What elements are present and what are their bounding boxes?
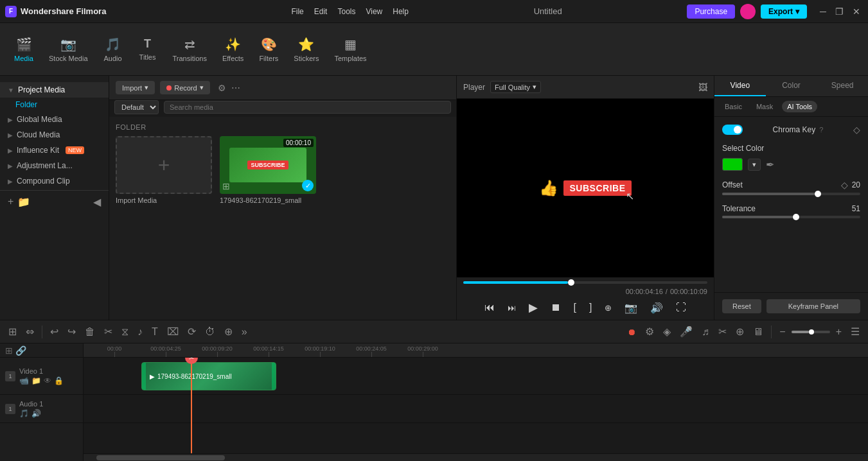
tl-more-button[interactable]: » bbox=[238, 325, 251, 339]
tab-speed[interactable]: Speed bbox=[817, 76, 868, 96]
folder-icon[interactable]: 📁 bbox=[17, 196, 30, 208]
tl-audio-button[interactable]: ♪ bbox=[134, 325, 146, 339]
sidebar-item-influence-kit[interactable]: ▶ Influence Kit NEW bbox=[0, 143, 109, 158]
audio-mute-icon[interactable]: 🔊 bbox=[31, 409, 41, 418]
tl-effect-button[interactable]: ⊕ bbox=[732, 324, 747, 339]
player-settings-icon[interactable]: 🖼 bbox=[698, 82, 707, 92]
tl-screen-button[interactable]: 🖥 bbox=[750, 325, 766, 339]
purchase-button[interactable]: Purchase bbox=[687, 4, 735, 19]
sub-tab-mask[interactable]: Mask bbox=[751, 101, 778, 112]
add-track-icon[interactable]: ⊞ bbox=[5, 345, 13, 356]
tolerance-thumb[interactable] bbox=[793, 214, 799, 220]
color-swatch[interactable] bbox=[722, 158, 743, 171]
tool-stickers[interactable]: ⭐ Stickers bbox=[287, 33, 325, 66]
reset-button[interactable]: Reset bbox=[722, 299, 761, 313]
track-folder-icon[interactable]: 📁 bbox=[31, 376, 41, 385]
menu-tools[interactable]: Tools bbox=[337, 7, 355, 16]
menu-file[interactable]: File bbox=[291, 7, 303, 16]
tool-stock-media[interactable]: 📷 Stock Media bbox=[42, 33, 94, 66]
add-to-timeline-button[interactable]: ⊕ bbox=[602, 302, 614, 314]
sort-select[interactable]: Default bbox=[114, 100, 159, 114]
tl-settings-button[interactable]: ⚙ bbox=[642, 324, 657, 339]
tl-layout-button[interactable]: ☰ bbox=[847, 324, 863, 339]
sub-tab-ai-tools[interactable]: AI Tools bbox=[782, 101, 817, 112]
export-dropdown-icon[interactable]: ▾ bbox=[795, 7, 799, 16]
tl-split-button[interactable]: ✂ bbox=[101, 324, 116, 339]
audio-icon-2[interactable]: 🎵 bbox=[19, 409, 29, 418]
import-media-thumb[interactable]: + bbox=[116, 136, 212, 194]
tl-stabilize-button[interactable]: ⊕ bbox=[221, 324, 236, 339]
sidebar-item-adjustment-la[interactable]: ▶ Adjustment La... bbox=[0, 158, 109, 173]
play-button[interactable]: ▶ bbox=[526, 299, 540, 316]
search-input[interactable] bbox=[164, 101, 451, 114]
step-back-button[interactable]: ⏭ bbox=[505, 302, 518, 314]
sidebar-folder[interactable]: Folder bbox=[0, 98, 109, 112]
filter-icon[interactable]: ⚙ bbox=[218, 83, 226, 93]
import-button[interactable]: Import ▾ bbox=[116, 81, 155, 94]
scrollbar-thumb[interactable] bbox=[96, 455, 225, 460]
track-camera-icon[interactable]: 📹 bbox=[19, 376, 29, 385]
tool-audio[interactable]: 🎵 Audio bbox=[97, 33, 129, 66]
mark-out-button[interactable]: ] bbox=[587, 300, 594, 315]
import-media-item[interactable]: + Import Media bbox=[116, 136, 212, 204]
fullscreen-button[interactable]: ⛶ bbox=[673, 300, 689, 315]
tab-color[interactable]: Color bbox=[766, 76, 817, 96]
sidebar-item-compound-clip[interactable]: ▶ Compound Clip bbox=[0, 173, 109, 189]
stop-button[interactable]: ⏹ bbox=[548, 300, 563, 315]
record-button[interactable]: Record ▾ bbox=[160, 81, 209, 94]
tl-redo-button[interactable]: ↪ bbox=[64, 324, 79, 339]
quality-selector[interactable]: Full Quality ▾ bbox=[490, 81, 541, 93]
menu-edit[interactable]: Edit bbox=[314, 7, 328, 16]
tl-audio2-button[interactable]: ♬ bbox=[698, 325, 713, 339]
sidebar-item-global-media[interactable]: ▶ Global Media bbox=[0, 112, 109, 127]
progress-thumb[interactable] bbox=[568, 279, 574, 286]
video-media-thumb[interactable]: 00:00:10 ⊞ ✓ SUBSCRIBE bbox=[220, 136, 316, 194]
tool-effects[interactable]: ✨ Effects bbox=[216, 33, 250, 66]
help-icon[interactable]: ? bbox=[819, 126, 823, 134]
tl-snap-button[interactable]: ⊞ bbox=[5, 324, 20, 339]
tool-titles[interactable]: T Titles bbox=[132, 33, 164, 65]
link-clip-icon[interactable]: 🔗 bbox=[15, 345, 26, 356]
timeline-scrollbar[interactable] bbox=[84, 453, 868, 461]
tool-templates[interactable]: ▦ Templates bbox=[328, 33, 373, 66]
collapse-panel-icon[interactable]: ◀ bbox=[93, 196, 101, 208]
tl-mark-button[interactable]: ◈ bbox=[660, 324, 674, 339]
tool-media[interactable]: 🎬 Media bbox=[8, 33, 40, 66]
camera-snapshot-button[interactable]: 📷 bbox=[622, 300, 640, 315]
export-button[interactable]: Export ▾ bbox=[761, 4, 807, 19]
rewind-button[interactable]: ⏮ bbox=[482, 300, 497, 315]
tl-zoom-in-button[interactable]: + bbox=[833, 325, 845, 339]
color-dropdown[interactable]: ▾ bbox=[748, 159, 761, 171]
sidebar-item-project-media[interactable]: ▼ Project Media bbox=[0, 82, 109, 98]
menu-view[interactable]: View bbox=[366, 7, 382, 16]
tl-record-button[interactable]: ⏺ bbox=[624, 326, 639, 338]
tl-crop-button[interactable]: ⧖ bbox=[118, 325, 132, 339]
minimize-button[interactable]: ─ bbox=[817, 6, 829, 17]
offset-slider[interactable] bbox=[722, 193, 860, 195]
tl-delete-button[interactable]: 🗑 bbox=[82, 325, 98, 339]
tl-link-button[interactable]: ⇔ bbox=[22, 324, 37, 339]
video-media-item[interactable]: 00:00:10 ⊞ ✓ SUBSCRIBE 179493-862170219_… bbox=[220, 136, 316, 204]
tool-filters[interactable]: 🎨 Filters bbox=[252, 33, 285, 66]
track-lock-icon[interactable]: 🔒 bbox=[54, 376, 64, 385]
maximize-button[interactable]: ❐ bbox=[833, 6, 846, 17]
tl-text-button[interactable]: T bbox=[148, 325, 161, 339]
offset-thumb[interactable] bbox=[815, 191, 821, 197]
more-options-icon[interactable]: ⋯ bbox=[231, 83, 240, 93]
tl-undo-button[interactable]: ↩ bbox=[47, 324, 62, 339]
tl-mic-button[interactable]: 🎤 bbox=[677, 324, 696, 339]
volume-button[interactable]: 🔊 bbox=[648, 300, 666, 315]
keyframe-panel-button[interactable]: Keyframe Panel bbox=[766, 299, 860, 313]
user-avatar[interactable] bbox=[740, 4, 756, 19]
player-progress-bar[interactable] bbox=[463, 281, 707, 284]
zoom-thumb[interactable] bbox=[809, 329, 814, 335]
sidebar-item-cloud-media[interactable]: ▶ Cloud Media bbox=[0, 127, 109, 143]
menu-help[interactable]: Help bbox=[393, 7, 409, 16]
offset-keyframe-icon[interactable]: ◇ bbox=[841, 180, 848, 190]
sub-tab-basic[interactable]: Basic bbox=[720, 101, 747, 112]
tool-transitions[interactable]: ⇄ Transitions bbox=[166, 33, 213, 66]
mark-in-button[interactable]: [ bbox=[571, 300, 579, 315]
keyframe-diamond-icon[interactable]: ◇ bbox=[853, 125, 860, 135]
zoom-slider[interactable] bbox=[792, 331, 830, 333]
tab-video[interactable]: Video bbox=[714, 76, 766, 96]
